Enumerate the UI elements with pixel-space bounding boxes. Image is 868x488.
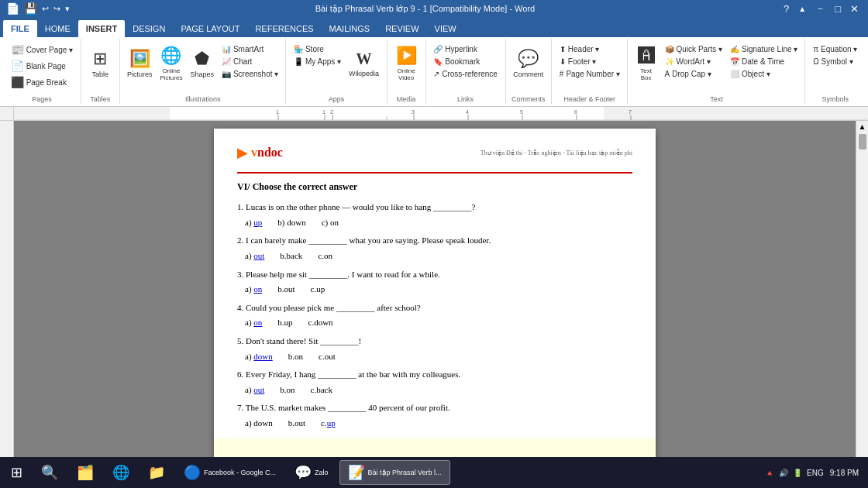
ruler-area: 1 2 3 4 5 6 7 1: [0, 107, 868, 121]
table-btn[interactable]: ⊞ Table: [86, 40, 114, 87]
wikipedia-btn[interactable]: W Wikipedia: [346, 40, 382, 87]
minimize-btn[interactable]: －: [812, 2, 828, 15]
question-6-answers: a) out b.on c.back: [245, 383, 632, 397]
edge-btn[interactable]: 🌐: [105, 461, 137, 484]
vertical-ruler: [0, 121, 14, 471]
tab-home[interactable]: HOME: [37, 20, 78, 37]
tray-speaker-icon[interactable]: 🔊: [779, 469, 788, 477]
scroll-right[interactable]: ▲ ▼: [856, 121, 868, 471]
cover-page-btn[interactable]: 📰 Cover Page ▾: [8, 42, 77, 57]
question-3: 3. Please help me sit _________. I want …: [237, 268, 632, 297]
comment-icon: 💬: [518, 49, 539, 69]
tray-lang[interactable]: ENG: [807, 469, 824, 477]
help-btn[interactable]: ?: [780, 3, 792, 15]
ribbon-collapse[interactable]: ▲: [795, 5, 809, 13]
system-tray: 🔺 🔊 🔋 ENG 9:18 PM: [765, 469, 865, 477]
symbol-btn[interactable]: ΩSymbol ▾: [810, 56, 860, 67]
undo-btn[interactable]: ↩: [42, 4, 49, 14]
question-6: 6. Every Friday, I hang _________ at the…: [237, 368, 632, 397]
question-7: 7. The U.S. market makes _________ 40 pe…: [237, 401, 632, 430]
svg-text:2: 2: [330, 109, 333, 115]
object-btn[interactable]: ⬜Object ▾: [727, 68, 801, 80]
hyperlink-btn[interactable]: 🔗 Hyperlink: [430, 43, 501, 55]
chart-btn[interactable]: 📈 Chart: [219, 56, 281, 67]
page-number-btn[interactable]: # Page Number ▾: [556, 68, 623, 80]
facebook-label: Facebook - Google C...: [204, 469, 276, 476]
wordart-btn[interactable]: ✨WordArt ▾: [662, 56, 725, 67]
question-5: 5. Don't stand there! Sit _________! a) …: [237, 335, 632, 363]
tray-network-icon[interactable]: 🔺: [765, 469, 774, 477]
ruler-corner: [0, 107, 14, 120]
facebook-taskbar-btn[interactable]: 🔵 Facebook - Google C...: [176, 461, 284, 484]
tab-insert[interactable]: INSERT: [78, 20, 125, 37]
q7-a: a) down: [245, 417, 273, 431]
tray-icons: 🔺 🔊 🔋 ENG: [765, 469, 824, 477]
media-group-label: Media: [397, 94, 416, 103]
question-6-text: 6. Every Friday, I hang _________ at the…: [237, 368, 632, 382]
pages-group-label: Pages: [32, 94, 52, 103]
smartart-btn[interactable]: 📊 SmartArt: [219, 43, 281, 55]
scroll-up-btn[interactable]: ▲: [857, 121, 868, 132]
tab-design[interactable]: DESIGN: [125, 20, 173, 37]
equation-btn[interactable]: πEquation ▾: [810, 43, 860, 55]
comment-btn[interactable]: 💬 Comment: [510, 40, 546, 87]
text-box-btn[interactable]: 🅰 TextBox: [632, 40, 660, 87]
task-view-btn[interactable]: 🗂️: [69, 461, 102, 484]
header-btn[interactable]: ⬆ Header ▾: [556, 43, 623, 55]
ribbon-group-tables: ⊞ Table Tables: [81, 39, 120, 105]
signature-line-btn[interactable]: ✍Signature Line ▾: [727, 43, 801, 55]
tab-page-layout[interactable]: PAGE LAYOUT: [173, 20, 247, 37]
ribbon-group-pages: 📰 Cover Page ▾ 📄 Blank Page ⬛ Page Break…: [3, 39, 81, 105]
text-box-icon: 🅰: [638, 46, 655, 66]
tab-mailings[interactable]: MAILINGS: [322, 20, 378, 37]
shapes-btn[interactable]: ⬟ Shapes: [187, 40, 217, 87]
maximize-btn[interactable]: □: [832, 3, 844, 15]
q3-b: b.out: [277, 283, 294, 297]
footer-btn[interactable]: ⬇ Footer ▾: [556, 56, 623, 67]
search-btn[interactable]: 🔍: [33, 461, 66, 484]
scroll-thumb[interactable]: [859, 134, 866, 149]
tab-view[interactable]: VIEW: [427, 20, 464, 37]
word-taskbar-btn[interactable]: 📝 Bài tập Phrasal Verb l...: [339, 460, 450, 485]
store-btn[interactable]: 🏪 Store: [291, 43, 344, 55]
start-btn[interactable]: ⊞: [3, 461, 30, 484]
my-apps-btn[interactable]: 📱 My Apps ▾: [291, 56, 344, 67]
q3-a: a) on: [245, 283, 262, 297]
page-break-btn[interactable]: ⬛ Page Break: [8, 74, 77, 90]
pictures-icon: 🖼️: [129, 49, 150, 69]
q7-b: b.out: [288, 417, 305, 431]
file-explorer-btn[interactable]: 📁: [140, 461, 173, 484]
svg-text:1: 1: [276, 109, 279, 115]
date-time-btn[interactable]: 📅Date & Time: [727, 56, 801, 67]
illustrations-group-label: Illustrations: [185, 94, 221, 103]
online-video-btn[interactable]: ▶️ OnlineVideo: [392, 40, 420, 87]
cross-reference-btn[interactable]: ↗ Cross-reference: [430, 68, 501, 80]
clock: 9:18 PM: [830, 469, 859, 477]
pictures-btn[interactable]: 🖼️ Pictures: [124, 40, 156, 87]
close-btn[interactable]: ✕: [847, 3, 862, 15]
question-2-text: 2. I can barely make _________ what you …: [237, 234, 632, 248]
title-bar-left: 📄 💾 ↩ ↪ ▾: [6, 2, 70, 15]
drop-cap-btn[interactable]: ADrop Cap ▾: [662, 68, 725, 80]
online-pictures-btn[interactable]: 🌐 OnlinePictures: [157, 40, 186, 87]
bookmark-btn[interactable]: 🔖 Bookmark: [430, 56, 501, 67]
screenshot-btn[interactable]: 📷 Screenshot ▾: [219, 68, 281, 80]
document-scroll-area[interactable]: ▶ vndoc Thư viện Đề thi - Trắc nghiệm - …: [14, 121, 856, 471]
table-icon: ⊞: [93, 49, 107, 69]
svg-text:4: 4: [466, 109, 469, 115]
question-7-answers: a) down b.out c.up: [245, 417, 632, 431]
blank-page-btn[interactable]: 📄 Blank Page: [8, 58, 77, 74]
tab-references[interactable]: REFERENCES: [247, 20, 321, 37]
svg-text:5: 5: [520, 109, 523, 115]
symbols-group-label: Symbols: [822, 94, 849, 103]
tab-file[interactable]: FILE: [3, 20, 37, 37]
shapes-icon: ⬟: [195, 49, 209, 69]
tray-battery-icon[interactable]: 🔋: [793, 469, 802, 477]
tab-review[interactable]: REVIEW: [377, 20, 426, 37]
zalo-taskbar-btn[interactable]: 💬 Zalo: [287, 461, 336, 484]
quick-parts-btn[interactable]: 📦Quick Parts ▾: [662, 43, 725, 55]
svg-text:6: 6: [574, 109, 577, 115]
page-break-icon: ⬛: [11, 76, 24, 88]
quick-save[interactable]: 💾: [24, 2, 37, 15]
redo-btn[interactable]: ↪: [53, 4, 60, 14]
